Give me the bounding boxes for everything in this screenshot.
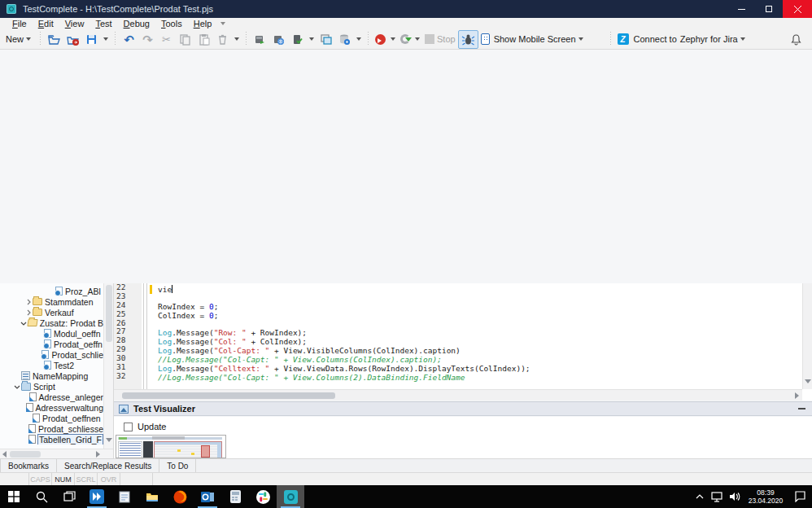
editor-vertical-scrollbar[interactable]	[802, 283, 812, 389]
tray-expand-button[interactable]	[692, 485, 708, 508]
tree-hscroll-thumb[interactable]	[10, 451, 41, 458]
tree-item-tabellen-grid-f[interactable]: Tabellen_Grid_F	[0, 434, 103, 444]
outlook-button[interactable]	[194, 485, 221, 508]
tree-item-namemapping[interactable]: NameMapping	[0, 370, 103, 381]
tree-item-prodat-oeffn[interactable]: Prodat_oeffn	[0, 339, 103, 349]
start-button[interactable]	[0, 485, 28, 508]
notepad-icon	[119, 490, 130, 503]
scroll-right-arrow-icon[interactable]	[795, 392, 799, 399]
scroll-down-arrow-icon[interactable]	[805, 379, 811, 383]
network-tray-button[interactable]	[708, 485, 726, 508]
code-line-24[interactable]: RowIndex = 0;	[158, 303, 801, 312]
panel-minimize-icon[interactable]	[798, 408, 805, 409]
slack-button[interactable]	[249, 485, 277, 508]
toolbar-separator	[609, 32, 612, 46]
resume-button[interactable]	[398, 33, 413, 46]
new-button[interactable]: New	[3, 33, 36, 46]
tree-item-prodat-oeffnen[interactable]: Prodat_oeffnen	[0, 413, 103, 423]
code-editor[interactable]: 2223242526272829303132 vieRowIndex = 0;C…	[114, 283, 812, 401]
scroll-left-arrow-icon[interactable]	[2, 451, 7, 458]
menu-item-debug[interactable]: Debug	[118, 18, 155, 29]
bottom-tab-to-do[interactable]: To Do	[159, 459, 196, 472]
save-button[interactable]	[82, 31, 101, 48]
run-button[interactable]	[373, 33, 388, 46]
close-button[interactable]	[783, 0, 812, 18]
connect-zephyr-button[interactable]: Z Connect to Zephyr for Jira	[615, 32, 750, 46]
run-options-chevron-icon[interactable]	[391, 37, 395, 41]
resume-options-chevron-icon[interactable]	[415, 37, 420, 41]
tree-item-prodat-schliesse[interactable]: Prodat_schliesse	[0, 423, 103, 434]
save-options-chevron-icon[interactable]	[103, 37, 108, 41]
menu-item-test[interactable]: Test	[89, 18, 117, 29]
menu-item-tools[interactable]: Tools	[155, 18, 188, 29]
taskbar-search-button[interactable]	[28, 485, 55, 508]
tree-item-adressverwaltung[interactable]: Adressverwaltung	[0, 402, 103, 413]
notepad-button[interactable]	[111, 485, 138, 508]
checkpoint-button[interactable]	[317, 31, 335, 48]
taskbar-clock[interactable]: 08:3923.04.2020	[744, 485, 788, 508]
menu-item-help[interactable]: Help	[188, 18, 218, 29]
scroll-right-arrow-icon[interactable]	[96, 451, 100, 458]
menu-item-view[interactable]: View	[59, 18, 90, 29]
testcomplete-taskbar-button[interactable]	[277, 485, 304, 508]
media-app-button[interactable]	[83, 485, 111, 508]
code-line-32[interactable]: //Log.Message("Col-Capt: " + View.Column…	[158, 374, 801, 383]
editor-hscroll-thumb[interactable]	[122, 392, 335, 399]
tree-item-adresse-anleger[interactable]: Adresse_anleger	[0, 392, 103, 402]
update-checkbox[interactable]	[124, 423, 133, 431]
scroll-down-arrow-icon[interactable]	[106, 438, 112, 442]
tree-item-verkauf[interactable]: Verkauf	[0, 307, 103, 318]
tree-item-proz-abl[interactable]: Proz_ABl	[0, 286, 103, 296]
editor-horizontal-scrollbar[interactable]	[114, 389, 802, 401]
tree-item-prodat-schlie[interactable]: Prodat_schlie	[0, 349, 103, 360]
save-icon	[85, 33, 98, 46]
tree-item-script[interactable]: Script	[0, 381, 103, 392]
bottom-tab-search-replace-results[interactable]: Search/Replace Results	[57, 459, 159, 472]
record-test-button[interactable]	[251, 31, 269, 48]
cut-button[interactable]: ✂	[157, 31, 176, 48]
code-line-23[interactable]	[158, 294, 801, 303]
volume-tray-button[interactable]	[726, 485, 744, 508]
tree-item-stammdaten[interactable]: Stammdaten	[0, 296, 103, 307]
test-visualizer-header[interactable]: Test Visualizer	[114, 401, 812, 416]
record-web-icon	[272, 33, 286, 46]
undo-button[interactable]: ↶	[120, 31, 138, 48]
paste-button[interactable]	[194, 31, 213, 48]
maximize-button[interactable]	[755, 0, 783, 18]
code-area[interactable]: vieRowIndex = 0;ColIndex = 0;Log.Message…	[158, 285, 801, 383]
copy-button[interactable]	[176, 31, 194, 48]
file-explorer-button[interactable]	[138, 485, 166, 508]
tree-vscroll-thumb[interactable]	[106, 285, 112, 342]
tree-item-test2[interactable]: Test2	[0, 360, 103, 370]
edit-options-chevron-icon[interactable]	[234, 37, 239, 41]
task-view-button[interactable]	[55, 485, 83, 508]
code-line-25[interactable]: ColIndex = 0;	[158, 312, 801, 321]
record-options-chevron-icon[interactable]	[309, 37, 314, 41]
debug-toggle-button[interactable]	[458, 30, 478, 49]
visualizer-frame-thumbnail[interactable]	[116, 435, 226, 458]
tree-item-modul-oeffn[interactable]: Modul_oeffn	[0, 328, 103, 339]
tree-item-zusatz-prodat-b[interactable]: Zusatz: Prodat B	[0, 318, 103, 328]
record-script-button[interactable]	[288, 31, 307, 48]
action-center-button[interactable]	[788, 485, 812, 508]
menubar-options-chevron-icon[interactable]	[220, 22, 225, 25]
open-add-button[interactable]	[63, 31, 82, 48]
calculator-button[interactable]	[221, 485, 249, 508]
show-mobile-screen-button[interactable]: Show Mobile Screen	[478, 32, 588, 46]
menu-item-file[interactable]: File	[7, 18, 33, 29]
tree-vertical-scrollbar[interactable]	[103, 283, 113, 449]
record-web-button[interactable]	[269, 31, 288, 48]
tree-horizontal-scrollbar[interactable]	[0, 449, 113, 458]
minimize-button[interactable]	[727, 0, 755, 18]
code-line-22[interactable]: vie	[158, 285, 801, 294]
tools-options-chevron-icon[interactable]	[356, 37, 361, 41]
firefox-button[interactable]	[166, 485, 194, 508]
open-button[interactable]	[45, 31, 63, 48]
mobile-options-chevron-icon	[578, 37, 583, 41]
bottom-tab-bookmarks[interactable]: Bookmarks	[0, 459, 57, 472]
data-generator-button[interactable]	[335, 31, 354, 48]
delete-button[interactable]	[213, 31, 232, 48]
menu-item-edit[interactable]: Edit	[33, 18, 59, 29]
notifications-button[interactable]	[787, 31, 805, 48]
redo-button[interactable]: ↷	[138, 31, 157, 48]
